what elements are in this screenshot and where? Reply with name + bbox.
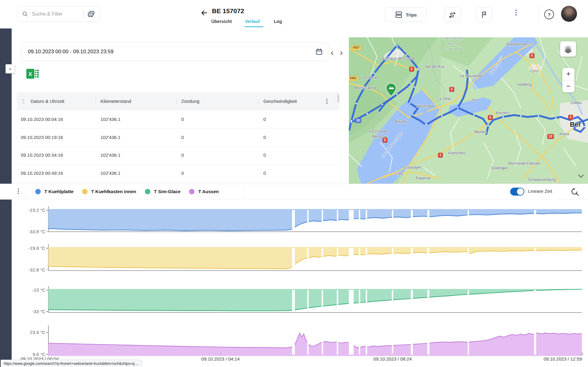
tab-uebersicht[interactable]: Übersicht [211, 19, 232, 27]
column-header[interactable]: Kilometerstand [100, 92, 131, 110]
road-shield: 5 [449, 87, 454, 92]
search-divider [84, 10, 84, 18]
avatar[interactable] [561, 6, 577, 22]
prev-day-button[interactable]: ‹ [331, 48, 334, 57]
map-label: Parc naturel [443, 37, 463, 40]
y-tick-mark [46, 354, 48, 355]
help-button[interactable]: ? [544, 9, 554, 19]
road-shield: 0461 [349, 76, 358, 81]
table-row[interactable]: 09.10.2023 00:19:16102'436.100 [17, 129, 339, 147]
chart-plot[interactable] [48, 210, 582, 232]
table-header: ⋮ Datum & UhrzeitKilometerstandZündungGe… [17, 92, 339, 110]
table-cell: 0 [263, 164, 266, 182]
zoom-out-button[interactable]: − [562, 81, 575, 93]
table-cell: 0 [263, 129, 266, 146]
next-day-button[interactable]: › [340, 48, 343, 57]
chart-t-kuehlkasten-innen[interactable]: -19.8 °C-32.8 °C [0, 248, 588, 271]
map-layers-button[interactable] [560, 41, 576, 57]
table-cell: 102'436.1 [100, 164, 120, 182]
linear-time-toggle[interactable] [510, 188, 524, 196]
chevron-down-icon [577, 172, 585, 180]
date-range-field[interactable]: 09.10.2023 00:00 - 09.10.2023 23:59 [21, 43, 328, 61]
vehicle-filter-icon[interactable] [87, 10, 96, 18]
table-row[interactable]: 09.10.2023 00:49:16102'436.100 [17, 164, 339, 182]
road-shield: 1 [568, 115, 573, 120]
map-label: Le Locle [363, 75, 378, 80]
y-tick-mark [46, 332, 48, 333]
top-bar: BE 157072 Übersicht Verlauf Log Trips ⋮ [0, 0, 588, 28]
table-column-menu[interactable]: ⋮ [324, 98, 330, 104]
map-label: Schwarzenburg [528, 177, 556, 182]
flag-icon [480, 11, 488, 19]
table-cell: 102'436.1 [100, 110, 120, 128]
toggle-knob [517, 188, 524, 195]
map-label: Ber [570, 121, 581, 129]
zoom-reset-button[interactable] [570, 187, 579, 198]
trips-icon [395, 11, 403, 19]
x-axis-label: 09.10.2023 / 08:24 [373, 356, 412, 361]
map-label: Estavayer [404, 165, 421, 170]
road-shield: 5 [409, 67, 414, 72]
map-label: régional [446, 41, 460, 46]
map[interactable]: Parc naturelrégionalChasseralBiel/Bienne… [349, 37, 588, 184]
route-icon [448, 11, 456, 19]
road-shield: 12 [547, 134, 554, 139]
map-label: Wünnewil-Flamatt [508, 161, 540, 166]
column-header[interactable]: Geschwindigkeit [263, 92, 297, 110]
history-table: ⋮ Datum & UhrzeitKilometerstandZündungGe… [17, 92, 339, 181]
trips-button[interactable]: Trips [385, 7, 427, 22]
zoom-in-button[interactable]: + [562, 68, 575, 80]
table-body: 09.10.2023 00:04:16102'436.10009.10.2023… [17, 110, 339, 182]
column-divider [96, 98, 96, 104]
search-icon [22, 11, 28, 17]
column-header[interactable]: Zündung [181, 92, 199, 110]
zoom-reset-icon [570, 187, 579, 197]
app: BE 157072 Übersicht Verlauf Log Trips ⋮ [0, 0, 588, 367]
map-label: Payerne [416, 176, 431, 180]
tab-verlauf[interactable]: Verlauf [245, 19, 260, 27]
table-row[interactable]: 09.10.2023 00:04:16102'436.100 [17, 110, 339, 129]
chart-options-menu[interactable]: ⋮ [15, 188, 21, 194]
chart-t-sim-glace[interactable]: -23 °C-33 °C [0, 290, 588, 313]
table-row[interactable]: 09.10.2023 00:34:16102'436.100 [17, 146, 339, 164]
column-divider [258, 98, 259, 104]
column-divider [176, 98, 177, 104]
flag-button[interactable] [476, 7, 492, 22]
road-shield: 10 [355, 118, 361, 123]
legend-dot [189, 189, 194, 194]
route-button[interactable] [444, 7, 461, 22]
header-divider [538, 6, 538, 23]
chart-t-aussen[interactable]: 23.4 °C9.6 °C [0, 329, 588, 355]
page-title: BE 157072 [212, 7, 244, 15]
chart-t-kuehlplatte[interactable]: -23.2 °C-33.8 °C [0, 210, 588, 232]
legend-item-4[interactable]: T Aussen [189, 189, 219, 194]
legend-item-3[interactable]: T Sim-Glace [145, 189, 181, 194]
date-range-value: 09.10.2023 00:00 - 09.10.2023 23:59 [28, 49, 114, 55]
legend-label: T Aussen [198, 189, 219, 194]
map-label: Ins [472, 97, 477, 102]
back-button[interactable] [199, 8, 209, 18]
sort-icon[interactable] [21, 99, 25, 104]
y-tick-mark [46, 311, 48, 312]
header-overflow-menu[interactable]: ⋮ [513, 9, 519, 16]
road-shield: 6 [530, 53, 534, 58]
legend-item-1[interactable]: T Kuehlplatte [35, 189, 74, 194]
table-scrollbar[interactable] [337, 94, 339, 102]
map-label: Zolliko [570, 100, 582, 105]
legend-item-2[interactable]: T Kuehlkasten innen [82, 189, 136, 194]
search-filter-box[interactable] [17, 6, 100, 22]
chart-plot[interactable] [48, 290, 582, 313]
sidebar-expand-button[interactable]: › [6, 64, 15, 73]
map-label: Aarberg [517, 82, 531, 87]
column-header[interactable]: Datum & Uhrzeit [31, 92, 64, 110]
road-shield: 0437 [351, 45, 361, 50]
table-cell: 09.10.2023 00:04:16 [21, 110, 63, 128]
search-input[interactable] [31, 11, 81, 17]
chart-plot[interactable] [48, 329, 582, 355]
collapse-panel-button[interactable] [577, 172, 585, 181]
legend-label: T Kuehlplatte [44, 189, 74, 194]
chart-plot[interactable] [48, 248, 582, 271]
y-tick-mark [46, 231, 48, 232]
layers-icon [564, 44, 573, 54]
tab-log[interactable]: Log [274, 19, 282, 27]
